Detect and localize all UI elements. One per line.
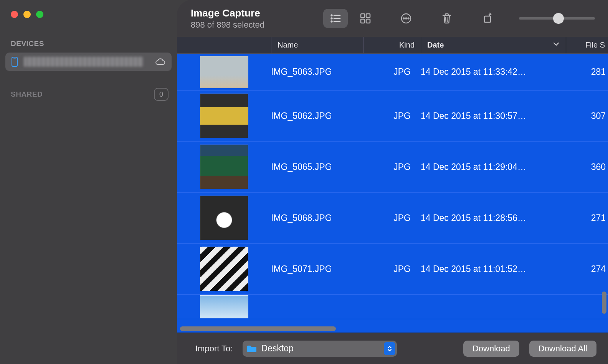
table-row[interactable]: IMG_5071.JPG JPG 14 Dec 2015 at 11:01:52…: [177, 244, 608, 295]
thumbnail: [200, 94, 248, 138]
cloud-icon: [155, 58, 165, 66]
cell-size: 307: [567, 111, 608, 121]
grid-view-button[interactable]: [353, 9, 378, 28]
list-view-button[interactable]: [323, 9, 348, 28]
download-all-button[interactable]: Download All: [529, 341, 596, 357]
svg-rect-11: [366, 19, 370, 23]
minimize-window-button[interactable]: [23, 11, 31, 18]
thumbnail: [200, 295, 248, 318]
cell-name: IMG_5062.JPG: [271, 111, 363, 121]
svg-rect-9: [366, 14, 370, 18]
cell-kind: JPG: [363, 111, 421, 121]
window-controls: [0, 0, 177, 18]
dropdown-stepper-icon: [384, 342, 395, 355]
iphone-icon: [12, 57, 18, 67]
chevron-down-icon: [553, 41, 560, 49]
app-title: Image Capture: [191, 7, 264, 19]
main-pane: Image Capture 898 of 898 selected: [177, 0, 608, 364]
cell-date: 14 Dec 2015 at 11:28:56…: [421, 213, 567, 223]
cell-date: 14 Dec 2015 at 11:30:57…: [421, 111, 567, 121]
svg-rect-0: [12, 57, 17, 66]
svg-point-14: [405, 18, 406, 19]
import-to-label: Import To:: [195, 344, 233, 354]
column-date-label: Date: [427, 41, 444, 49]
sidebar: DEVICES SHARED 0: [0, 0, 177, 364]
table-body: IMG_5063.JPG JPG 14 Dec 2015 at 11:33:42…: [177, 54, 608, 333]
device-item[interactable]: [5, 53, 172, 71]
svg-point-13: [403, 18, 404, 19]
shared-count-badge: 0: [154, 88, 169, 101]
column-file-size[interactable]: File S: [566, 37, 608, 53]
svg-point-6: [331, 21, 332, 22]
thumbnail: [200, 247, 248, 291]
thumbnail: [200, 145, 248, 189]
svg-point-15: [408, 18, 409, 19]
more-actions-button[interactable]: [394, 9, 418, 28]
import-destination-dropdown[interactable]: Desktop: [243, 341, 397, 357]
thumbnail: [200, 56, 248, 88]
cell-size: 281: [567, 67, 608, 77]
svg-line-16: [446, 17, 446, 21]
svg-rect-1: [13, 58, 16, 59]
svg-rect-8: [361, 14, 365, 18]
cell-kind: JPG: [363, 264, 421, 274]
shared-section-label: SHARED: [11, 90, 43, 99]
svg-line-17: [448, 17, 448, 21]
cell-date: 14 Dec 2015 at 11:01:52…: [421, 264, 567, 274]
cell-name: IMG_5063.JPG: [271, 67, 363, 77]
svg-rect-18: [484, 16, 491, 22]
toolbar: Image Capture 898 of 898 selected: [177, 0, 608, 37]
delete-button[interactable]: [435, 9, 459, 28]
svg-point-4: [331, 18, 332, 19]
cell-kind: JPG: [363, 162, 421, 172]
rotate-button[interactable]: [475, 9, 500, 28]
cell-date: 14 Dec 2015 at 11:29:04…: [421, 162, 567, 172]
table-row[interactable]: [177, 295, 608, 319]
table-row[interactable]: IMG_5062.JPG JPG 14 Dec 2015 at 11:30:57…: [177, 91, 608, 142]
cell-name: IMG_5071.JPG: [271, 264, 363, 274]
cell-kind: JPG: [363, 67, 421, 77]
column-kind[interactable]: Kind: [363, 37, 421, 53]
fullscreen-window-button[interactable]: [36, 11, 43, 18]
zoom-slider[interactable]: [519, 17, 595, 20]
download-button[interactable]: Download: [463, 341, 519, 357]
cell-name: IMG_5065.JPG: [271, 162, 363, 172]
folder-icon: [246, 344, 257, 353]
horizontal-scrollbar[interactable]: [180, 326, 336, 331]
table-header: Name Kind Date File S: [177, 37, 608, 54]
vertical-scrollbar[interactable]: [602, 292, 606, 314]
table-row[interactable]: IMG_5063.JPG JPG 14 Dec 2015 at 11:33:42…: [177, 54, 608, 91]
cell-size: 271: [567, 213, 608, 223]
devices-section-label: DEVICES: [0, 18, 177, 53]
cell-date: 14 Dec 2015 at 11:33:42…: [421, 67, 567, 77]
svg-point-2: [331, 15, 332, 16]
import-destination-value: Desktop: [261, 343, 380, 354]
zoom-slider-knob[interactable]: [553, 13, 564, 24]
column-name[interactable]: Name: [271, 37, 363, 53]
cell-size: 360: [567, 162, 608, 172]
cell-size: 274: [567, 264, 608, 274]
column-date[interactable]: Date: [421, 37, 566, 53]
device-name-redacted: [24, 57, 143, 67]
cell-kind: JPG: [363, 213, 421, 223]
close-window-button[interactable]: [11, 11, 18, 18]
table-row[interactable]: IMG_5065.JPG JPG 14 Dec 2015 at 11:29:04…: [177, 142, 608, 193]
selection-count: 898 of 898 selected: [191, 20, 264, 30]
footer-bar: Import To: Desktop Download Download All: [177, 333, 608, 364]
table-row[interactable]: IMG_5068.JPG JPG 14 Dec 2015 at 11:28:56…: [177, 193, 608, 244]
svg-rect-10: [361, 19, 365, 23]
cell-name: IMG_5068.JPG: [271, 213, 363, 223]
thumbnail: [200, 196, 248, 240]
